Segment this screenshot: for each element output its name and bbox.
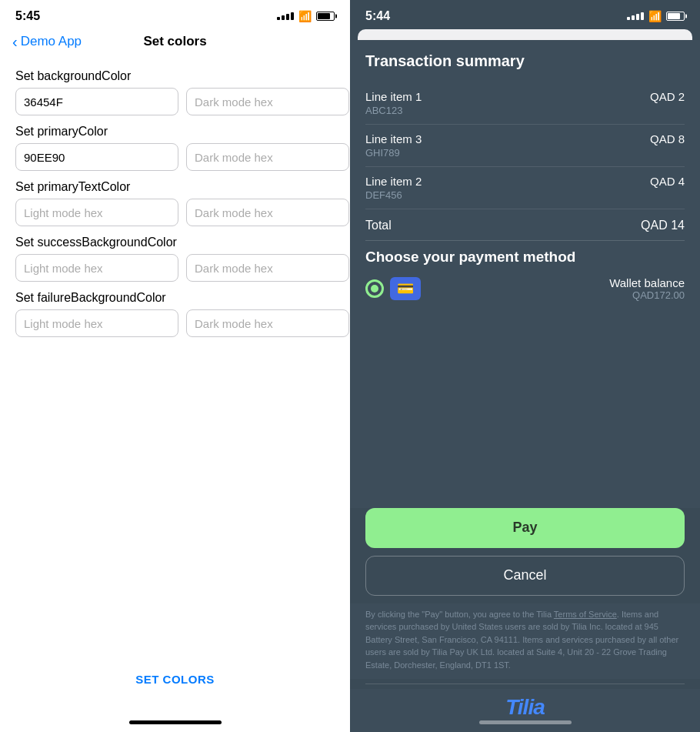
- legal-text: By clicking the "Pay" button, you agree …: [350, 603, 700, 680]
- total-label: Total: [365, 219, 392, 232]
- transaction-card: Transaction summary Line item 1 ABC123 Q…: [350, 40, 700, 508]
- failure-bg-color-light-input[interactable]: [15, 309, 178, 337]
- home-indicator: [129, 720, 222, 724]
- field-failure-bg-color: Set failureBackgroundColor: [15, 291, 335, 337]
- wallet-balance-label: Wallet balance: [609, 276, 685, 289]
- transaction-title: Transaction summary: [365, 52, 685, 70]
- divider: [365, 240, 685, 241]
- field-primary-color: Set primaryColor: [15, 125, 335, 171]
- wallet-balance-amount: QAD172.00: [609, 289, 685, 301]
- wallet-icon[interactable]: 💳: [390, 277, 421, 300]
- line-item-1-code: GHI789: [365, 147, 422, 159]
- field-label-4: Set failureBackgroundColor: [15, 291, 335, 305]
- line-item-2-name: Line item 2: [365, 175, 422, 188]
- line-item-0: Line item 1 ABC123 QAD 2: [365, 82, 685, 125]
- field-label-1: Set primaryColor: [15, 125, 335, 139]
- primary-text-color-dark-input[interactable]: [186, 199, 349, 226]
- radio-button[interactable]: [365, 279, 384, 298]
- back-chevron-icon: ‹: [12, 34, 18, 49]
- primary-text-color-light-input[interactable]: [15, 199, 178, 226]
- tilia-logo: Tilia: [350, 689, 700, 732]
- pay-button[interactable]: Pay: [365, 508, 685, 548]
- line-item-2-code: DEF456: [365, 189, 422, 201]
- wifi-icon: 📶: [298, 10, 312, 22]
- right-battery-icon: [666, 12, 685, 21]
- cancel-button[interactable]: Cancel: [365, 556, 685, 596]
- line-item-1-name: Line item 3: [365, 132, 422, 145]
- back-button[interactable]: ‹ Demo App: [12, 34, 82, 49]
- line-item-1: Line item 3 GHI789 QAD 8: [365, 125, 685, 167]
- total-amount: QAD 14: [641, 219, 685, 232]
- field-label-3: Set successBackgroundColor: [15, 236, 335, 249]
- right-signal-icon: [627, 12, 644, 20]
- background-color-dark-input[interactable]: [186, 88, 349, 115]
- signal-icon: [277, 12, 294, 20]
- top-card-peek: [358, 29, 692, 40]
- field-primary-text-color: Set primaryTextColor: [15, 180, 335, 226]
- field-label-2: Set primaryTextColor: [15, 180, 335, 194]
- success-bg-color-light-input[interactable]: [15, 254, 178, 282]
- bottom-divider: [365, 684, 685, 684]
- battery-icon: [316, 12, 335, 21]
- failure-bg-color-dark-input[interactable]: [186, 309, 349, 337]
- field-success-bg-color: Set successBackgroundColor: [15, 236, 335, 282]
- right-status-bar: 5:44 📶: [350, 0, 700, 29]
- left-status-icons: 📶: [277, 10, 335, 22]
- left-status-bar: 5:45 📶: [0, 0, 350, 29]
- set-colors-button[interactable]: SET COLORS: [135, 673, 215, 686]
- terms-link[interactable]: Terms of Service: [554, 610, 617, 619]
- total-row: Total QAD 14: [365, 209, 685, 232]
- line-item-0-name: Line item 1: [365, 90, 422, 103]
- page-title: Set colors: [143, 34, 206, 49]
- line-item-0-code: ABC123: [365, 105, 422, 116]
- right-time: 5:44: [365, 9, 390, 23]
- line-item-0-amount: QAD 2: [650, 90, 685, 103]
- back-label: Demo App: [21, 34, 82, 49]
- payment-options: 💳 Wallet balance QAD172.00: [365, 276, 685, 301]
- primary-color-light-input[interactable]: [15, 143, 178, 171]
- right-home-indicator: [479, 720, 572, 724]
- line-item-1-amount: QAD 8: [650, 132, 685, 145]
- tilia-text: Tilia: [505, 695, 545, 719]
- wallet-balance: Wallet balance QAD172.00: [609, 276, 685, 301]
- left-phone: 5:45 📶 ‹ Demo App Set colors Set backgro…: [0, 0, 350, 732]
- background-color-light-input[interactable]: [15, 88, 178, 115]
- content-area: Set backgroundColor Set primaryColor Set…: [0, 57, 350, 732]
- right-wifi-icon: 📶: [648, 10, 662, 22]
- right-phone: 5:44 📶 Transaction summary Line item 1 A…: [350, 0, 700, 732]
- payment-title: Choose your payment method: [365, 249, 685, 266]
- line-item-2: Line item 2 DEF456 QAD 4: [365, 167, 685, 209]
- primary-color-dark-input[interactable]: [186, 143, 349, 171]
- right-status-icons: 📶: [627, 10, 685, 22]
- field-background-color: Set backgroundColor: [15, 69, 335, 115]
- left-time: 5:45: [15, 9, 40, 23]
- nav-bar: ‹ Demo App Set colors: [0, 29, 350, 57]
- line-item-2-amount: QAD 4: [650, 175, 685, 188]
- success-bg-color-dark-input[interactable]: [186, 254, 349, 282]
- field-label-0: Set backgroundColor: [15, 69, 335, 83]
